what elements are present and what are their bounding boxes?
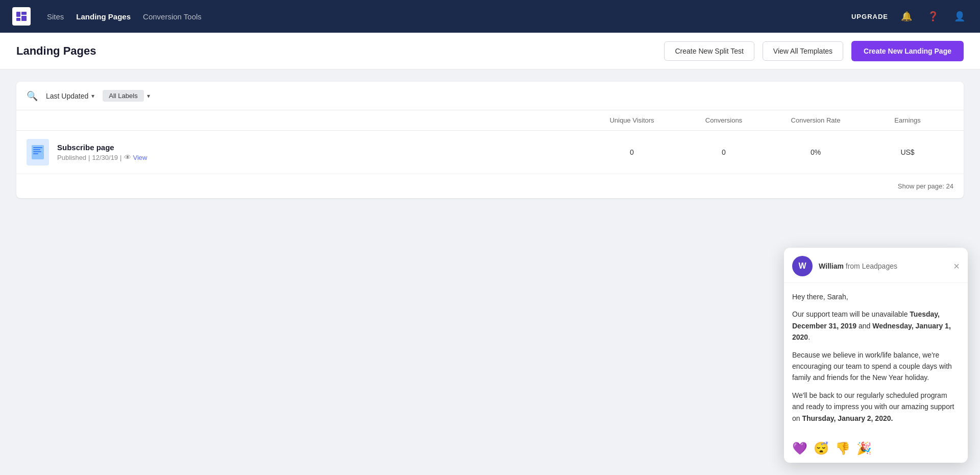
chat-avatar: W <box>792 256 813 276</box>
table-header: Unique Visitors Conversions Conversion R… <box>16 110 964 131</box>
col-earnings: Earnings <box>862 116 953 124</box>
notifications-button[interactable]: 🔔 <box>898 8 915 25</box>
reaction-heart[interactable]: 💜 <box>792 442 807 455</box>
eye-icon: 👁 <box>124 153 131 161</box>
filter-dropdown-icon: ▾ <box>147 92 150 100</box>
page-status: Published <box>57 154 86 161</box>
page-meta: Published | 12/30/19 | 👁 View <box>57 153 147 161</box>
col-conversions: Conversions <box>678 116 770 124</box>
cell-conversions: 0 <box>678 148 770 156</box>
view-all-templates-button[interactable]: View All Templates <box>763 41 843 61</box>
nav-sites[interactable]: Sites <box>47 10 64 23</box>
page-details: Subscribe page Published | 12/30/19 | 👁 … <box>57 143 147 161</box>
page-date: 12/30/19 <box>92 154 118 161</box>
col-name <box>27 116 586 124</box>
col-conversion-rate: Conversion Rate <box>770 116 862 124</box>
create-landing-page-button[interactable]: Create New Landing Page <box>851 41 964 61</box>
user-menu-button[interactable]: 👤 <box>951 8 968 25</box>
svg-rect-5 <box>33 147 42 148</box>
svg-rect-1 <box>21 12 27 15</box>
bell-icon: 🔔 <box>901 11 912 22</box>
chat-close-button[interactable]: × <box>953 261 960 271</box>
reaction-sleepy[interactable]: 😴 <box>814 442 829 455</box>
svg-rect-2 <box>21 16 27 21</box>
cell-visitors: 0 <box>586 148 678 156</box>
chat-reactions: 💜 😴 👎 🎉 <box>784 438 968 463</box>
svg-rect-0 <box>16 12 20 17</box>
create-split-test-button[interactable]: Create New Split Test <box>664 41 754 61</box>
chat-paragraph-3: We'll be back to our regularly scheduled… <box>792 390 960 424</box>
chat-header: W William from Leadpages × <box>784 248 968 283</box>
reaction-thumbsdown[interactable]: 👎 <box>835 442 850 455</box>
view-page-link[interactable]: View <box>133 154 148 161</box>
search-icon: 🔍 <box>27 90 38 102</box>
question-icon: ❓ <box>927 11 939 22</box>
svg-rect-7 <box>33 151 41 152</box>
pagination-bar: Show per page: 24 <box>16 174 964 198</box>
chat-greeting: Hey there, Sarah, <box>792 291 960 302</box>
all-labels-badge: All Labels <box>103 90 143 102</box>
nav-landing-pages[interactable]: Landing Pages <box>76 10 131 23</box>
cell-rate: 0% <box>770 148 862 156</box>
chat-sender: William from Leadpages <box>819 262 947 270</box>
cell-earnings: US$ <box>862 148 953 156</box>
help-button[interactable]: ❓ <box>925 8 941 25</box>
svg-rect-6 <box>33 149 40 150</box>
label-filter-button[interactable]: All Labels ▾ <box>103 90 150 102</box>
chat-date-3: Thursday, January 2, 2020. <box>802 414 893 422</box>
brand-logo <box>12 7 31 26</box>
svg-rect-3 <box>16 18 20 21</box>
svg-rect-8 <box>33 153 38 154</box>
chat-sender-org: from Leadpages <box>846 262 897 270</box>
chat-sender-name: William <box>819 262 844 270</box>
page-title: Landing Pages <box>16 44 656 58</box>
sort-button[interactable]: Last Updated ▾ <box>46 92 94 100</box>
nav-conversion-tools[interactable]: Conversion Tools <box>143 10 202 23</box>
main-content: 🔍 Last Updated ▾ All Labels ▾ Unique Vis… <box>0 69 980 210</box>
sort-label: Last Updated <box>46 92 88 100</box>
show-per-page-label: Show per page: 24 <box>898 182 953 190</box>
table-toolbar: 🔍 Last Updated ▾ All Labels ▾ <box>16 82 964 110</box>
nav-right: Upgrade 🔔 ❓ 👤 <box>851 8 968 25</box>
page-thumbnail <box>27 139 49 165</box>
chat-paragraph-1: Our support team will be unavailable Tue… <box>792 308 960 343</box>
sort-arrow-icon: ▾ <box>91 92 94 100</box>
page-info: Subscribe page Published | 12/30/19 | 👁 … <box>27 139 586 165</box>
chat-widget: W William from Leadpages × Hey there, Sa… <box>784 248 968 463</box>
page-header: Landing Pages Create New Split Test View… <box>0 33 980 69</box>
upgrade-button[interactable]: Upgrade <box>851 13 888 20</box>
search-button[interactable]: 🔍 <box>27 90 38 102</box>
chat-body: Hey there, Sarah, Our support team will … <box>784 283 968 438</box>
reaction-party[interactable]: 🎉 <box>856 442 872 455</box>
landing-pages-table: 🔍 Last Updated ▾ All Labels ▾ Unique Vis… <box>16 82 964 198</box>
page-name: Subscribe page <box>57 143 147 152</box>
table-row: Subscribe page Published | 12/30/19 | 👁 … <box>16 131 964 174</box>
navbar: Sites Landing Pages Conversion Tools Upg… <box>0 0 980 33</box>
user-icon: 👤 <box>954 11 965 22</box>
chat-paragraph-2: Because we believe in work/life balance,… <box>792 349 960 384</box>
nav-links: Sites Landing Pages Conversion Tools <box>47 10 835 23</box>
col-unique-visitors: Unique Visitors <box>586 116 678 124</box>
